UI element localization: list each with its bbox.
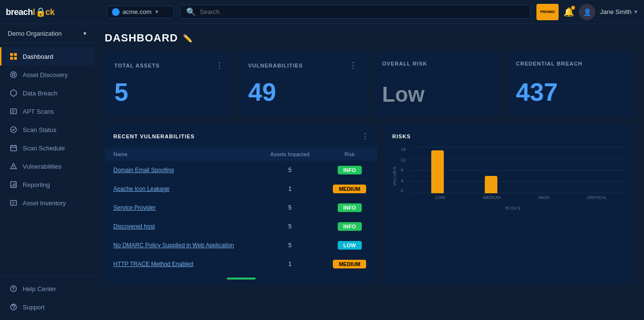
bottom-row: RECENT VULNERABILITIES ⋮ Name Assets Imp… — [105, 125, 634, 283]
vulnerabilities-icon — [9, 162, 18, 171]
x-label-medium: MEDIUM — [483, 195, 501, 200]
apt-scans-icon — [9, 107, 18, 116]
col-assets: Assets Impacted — [259, 147, 322, 161]
nav-right: PROMO 🔔 👤 Jane Smith ▼ — [536, 4, 638, 20]
vuln-risk: MEDIUM — [321, 255, 378, 274]
vuln-risk: INFO — [321, 161, 378, 180]
vuln-risk: LOW — [321, 236, 378, 255]
svg-point-4 — [11, 72, 16, 78]
svg-rect-6 — [11, 109, 16, 114]
edit-icon[interactable]: ✏️ — [183, 34, 192, 43]
vulnerabilities-menu[interactable]: ⋮ — [349, 61, 357, 70]
stat-card-total-assets: TOTAL ASSETS ⋮ 5 — [105, 52, 233, 117]
vuln-name: Service Provider — [105, 199, 259, 217]
sidebar-item-label: Vulnerabilities — [23, 163, 61, 170]
sidebar: Demo Organization ▼ Dashboard Asset Disc… — [0, 24, 95, 320]
vuln-risk: MEDIUM — [321, 180, 378, 199]
help-icon — [9, 284, 18, 293]
svg-point-5 — [13, 74, 15, 76]
stat-card-overall-risk: OVERALL RISK Low — [372, 52, 501, 117]
globe-icon: 🌐 — [112, 8, 120, 16]
overall-risk-value: Low — [382, 82, 491, 107]
vuln-assets: 5 — [259, 199, 322, 217]
table-row: Service Provider 5 INFO — [105, 199, 378, 217]
svg-rect-1 — [14, 53, 17, 56]
table-row: HTTP TRACE Method Enabled 1 MEDIUM — [105, 255, 378, 274]
sidebar-item-label: Scan Schedule — [23, 145, 65, 152]
sidebar-item-label: Asset Discovery — [23, 71, 68, 79]
sidebar-item-label: Scan Status — [23, 126, 56, 133]
layout: Demo Organization ▼ Dashboard Asset Disc… — [0, 24, 644, 320]
col-risk: Risk — [321, 147, 378, 161]
user-chevron-icon: ▼ — [633, 9, 638, 14]
svg-rect-10 — [11, 146, 16, 151]
vuln-assets: 1 — [259, 180, 322, 199]
sidebar-item-asset-inventory[interactable]: Asset Inventory — [0, 194, 95, 212]
vuln-assets: 5 — [259, 161, 322, 180]
promo-badge[interactable]: PROMO — [536, 4, 559, 20]
y-label-16: 16 — [401, 147, 406, 152]
risks-title: RISKS — [392, 133, 626, 139]
sidebar-item-scan-status[interactable]: Scan Status — [0, 120, 95, 139]
user-name[interactable]: Jane Smith ▼ — [600, 8, 638, 15]
x-label-critical: CRITICAL — [587, 195, 607, 200]
sidebar-item-reporting[interactable]: Reporting — [0, 175, 95, 194]
svg-rect-20 — [11, 200, 16, 205]
org-selector[interactable]: Demo Organization ▼ — [0, 24, 95, 43]
sidebar-item-scan-schedule[interactable]: Scan Schedule — [0, 139, 95, 157]
sidebar-item-label: Help Center — [23, 285, 56, 293]
asset-discovery-icon — [9, 70, 18, 79]
asset-inventory-icon — [9, 199, 18, 207]
stat-card-vulnerabilities: VULNERABILITIES ⋮ 49 — [239, 52, 367, 117]
x-axis-label: RISKS — [506, 206, 521, 211]
credential-breach-title: CREDENTIAL BREACH — [516, 61, 583, 67]
bar-low — [431, 150, 444, 193]
vulnerabilities-title: VULNERABILITIES — [248, 63, 303, 68]
sidebar-item-dashboard[interactable]: Dashboard — [0, 47, 95, 66]
sidebar-item-label: Reporting — [23, 181, 50, 188]
total-assets-menu[interactable]: ⋮ — [216, 61, 223, 70]
sidebar-item-vulnerabilities[interactable]: Vulnerabilities — [0, 157, 95, 175]
x-label-low: LOW — [435, 195, 445, 200]
main-content: DASHBOARD ✏️ TOTAL ASSETS ⋮ 5 VULNERABIL… — [95, 24, 644, 320]
sidebar-item-label: Support — [23, 304, 45, 311]
svg-rect-2 — [10, 57, 13, 60]
sidebar-item-support[interactable]: Support — [0, 298, 95, 316]
y-label-4: 4 — [401, 178, 406, 183]
sidebar-item-asset-discovery[interactable]: Asset Discovery — [0, 66, 95, 84]
vulnerabilities-card: RECENT VULNERABILITIES ⋮ Name Assets Imp… — [105, 125, 378, 283]
sidebar-item-apt-scans[interactable]: APT Scans — [0, 102, 95, 120]
vuln-menu[interactable]: ⋮ — [361, 132, 369, 141]
logo: breachl🔒ck — [6, 7, 101, 17]
credential-breach-value: 437 — [516, 78, 625, 107]
sidebar-item-label: Dashboard — [23, 53, 54, 60]
vuln-name: Apache Icon Leakage — [105, 180, 259, 199]
sidebar-item-data-breach[interactable]: Data Breach — [0, 84, 95, 102]
table-row: Apache Icon Leakage 1 MEDIUM — [105, 180, 378, 199]
page-title: DASHBOARD — [105, 32, 178, 44]
domain-label: acme.com — [123, 8, 151, 15]
svg-rect-0 — [10, 53, 13, 56]
notification-button[interactable]: 🔔 — [563, 7, 574, 17]
search-input[interactable] — [200, 8, 524, 15]
vuln-table: Name Assets Impacted Risk Domain Email S… — [105, 147, 378, 274]
notification-dot — [571, 6, 575, 10]
table-row: No DMARC Policy Supplied in Web Applicat… — [105, 236, 378, 255]
org-chevron-icon: ▼ — [82, 31, 87, 36]
dashboard-icon — [9, 52, 18, 61]
search-bar: 🔍 — [180, 5, 531, 19]
col-name: Name — [105, 147, 259, 161]
avatar[interactable]: 👤 — [579, 4, 595, 20]
org-label: Demo Organization — [8, 30, 62, 37]
search-icon: 🔍 — [186, 7, 196, 16]
vuln-name: Domain Email Spoofing — [105, 161, 259, 180]
data-breach-icon — [9, 89, 18, 97]
domain-selector[interactable]: 🌐 acme.com ▼ — [107, 6, 174, 18]
vulnerabilities-value: 49 — [248, 78, 357, 107]
sidebar-item-help-center[interactable]: Help Center — [0, 280, 95, 298]
sidebar-nav: Dashboard Asset Discovery Data Breach — [0, 43, 95, 275]
sidebar-item-label: Asset Inventory — [23, 200, 66, 207]
page-header: DASHBOARD ✏️ — [105, 32, 634, 44]
x-label-high: HIGH — [538, 195, 549, 200]
vuln-name: Discovered host — [105, 217, 259, 236]
